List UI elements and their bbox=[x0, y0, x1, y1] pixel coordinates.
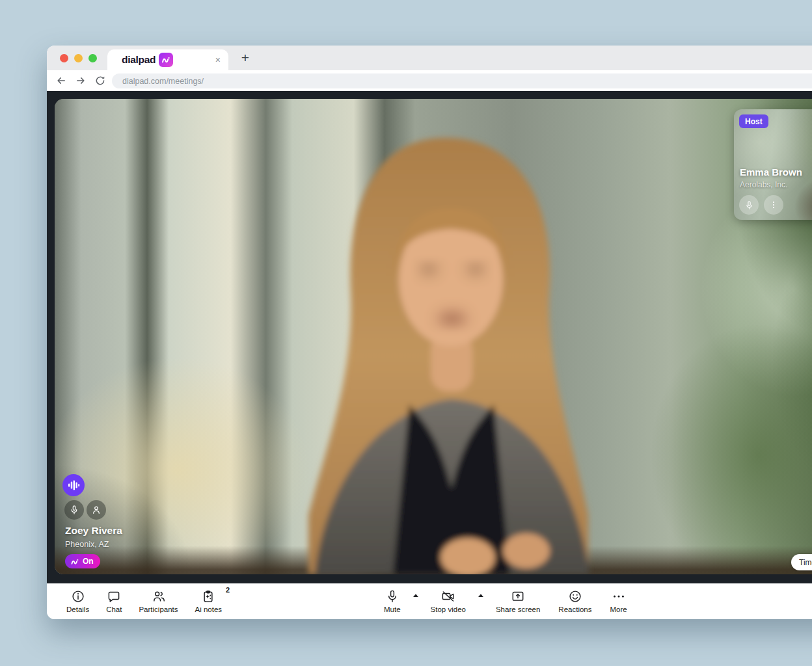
share-screen-icon bbox=[511, 589, 525, 604]
tab-close-icon[interactable]: × bbox=[215, 55, 221, 64]
more-dots-icon bbox=[612, 589, 626, 604]
mic-icon bbox=[744, 200, 754, 210]
person-icon bbox=[91, 505, 102, 515]
new-tab-button[interactable]: + bbox=[236, 48, 255, 68]
info-icon bbox=[71, 589, 85, 604]
host-badge: Host bbox=[739, 114, 768, 128]
dialpad-ai-wave-icon bbox=[70, 557, 80, 566]
timer-pill[interactable]: Timer bbox=[791, 554, 812, 570]
host-more-button[interactable] bbox=[764, 195, 783, 215]
ai-on-badge[interactable]: On bbox=[65, 554, 100, 568]
browser-toolbar: dialpad.com/meetings/ bbox=[47, 70, 812, 91]
main-video-tile: Zoey Rivera Pheonix, AZ On Host Emma Bro… bbox=[55, 99, 812, 574]
host-company: Aerolabs, Inc. bbox=[740, 180, 787, 189]
mute-button[interactable]: Mute bbox=[377, 587, 407, 616]
url-text: dialpad.com/meetings/ bbox=[122, 77, 204, 86]
ai-notes-button[interactable]: 2 Ai notes bbox=[189, 587, 229, 616]
tab-dialpad[interactable]: dialpad × bbox=[107, 49, 228, 70]
speaker-location: Pheonix, AZ bbox=[65, 540, 109, 549]
kebab-menu-icon bbox=[769, 200, 778, 209]
meeting-stage: Zoey Rivera Pheonix, AZ On Host Emma Bro… bbox=[47, 91, 812, 583]
dialpad-ai-icon bbox=[159, 53, 173, 67]
speaker-name: Zoey Rivera bbox=[65, 525, 122, 537]
host-name: Emma Brown bbox=[740, 166, 802, 178]
smiley-icon bbox=[568, 589, 582, 604]
window-controls bbox=[60, 54, 97, 62]
details-button[interactable]: Details bbox=[60, 587, 96, 616]
address-bar[interactable]: dialpad.com/meetings/ bbox=[112, 73, 812, 88]
chat-icon bbox=[107, 589, 121, 604]
host-video-tile[interactable]: Host Emma Brown Aerolabs, Inc. bbox=[734, 109, 812, 220]
more-button[interactable]: More bbox=[603, 587, 633, 616]
reload-icon[interactable] bbox=[94, 75, 106, 87]
forward-icon[interactable] bbox=[75, 75, 87, 87]
video-options-caret[interactable] bbox=[476, 587, 485, 607]
ai-notes-icon bbox=[201, 589, 215, 604]
meeting-toolbar: Details Chat Participants 2 Ai notes Mut… bbox=[47, 583, 812, 619]
caret-up-icon bbox=[478, 593, 484, 598]
speaking-indicator[interactable] bbox=[62, 474, 85, 496]
reactions-button[interactable]: Reactions bbox=[552, 587, 598, 616]
dialpad-wordmark: dialpad bbox=[122, 54, 156, 66]
stop-video-button[interactable]: Stop video bbox=[424, 587, 472, 616]
back-icon[interactable] bbox=[55, 75, 67, 87]
mute-options-caret[interactable] bbox=[411, 587, 420, 607]
equalizer-icon bbox=[67, 479, 80, 492]
speaker-profile-button[interactable] bbox=[87, 500, 106, 520]
camera-off-icon bbox=[441, 589, 455, 604]
minimize-window-button[interactable] bbox=[74, 54, 83, 62]
host-mic-button[interactable] bbox=[739, 195, 759, 215]
mic-icon bbox=[385, 589, 399, 604]
share-screen-button[interactable]: Share screen bbox=[489, 587, 547, 616]
timer-label: Timer bbox=[799, 558, 812, 567]
ai-notes-count-badge: 2 bbox=[226, 586, 230, 594]
participants-button[interactable]: Participants bbox=[132, 587, 184, 616]
participants-icon bbox=[152, 589, 166, 604]
toolbar-center-group: Mute Stop video Share screen Reactions bbox=[377, 583, 634, 619]
browser-tab-strip: dialpad × + bbox=[47, 46, 812, 70]
close-window-button[interactable] bbox=[60, 54, 68, 62]
caret-up-icon bbox=[413, 593, 419, 598]
dialpad-logo: dialpad bbox=[122, 53, 173, 67]
browser-window: dialpad × + dialpad.com/meetings/ bbox=[47, 46, 812, 619]
speaker-mic-button[interactable] bbox=[64, 500, 84, 520]
toolbar-left-group: Details Chat Participants 2 Ai notes bbox=[60, 583, 228, 619]
maximize-window-button[interactable] bbox=[88, 54, 97, 62]
speaker-video bbox=[159, 99, 744, 574]
ai-on-label: On bbox=[83, 557, 94, 566]
chat-button[interactable]: Chat bbox=[100, 587, 128, 616]
mic-icon bbox=[69, 505, 79, 515]
